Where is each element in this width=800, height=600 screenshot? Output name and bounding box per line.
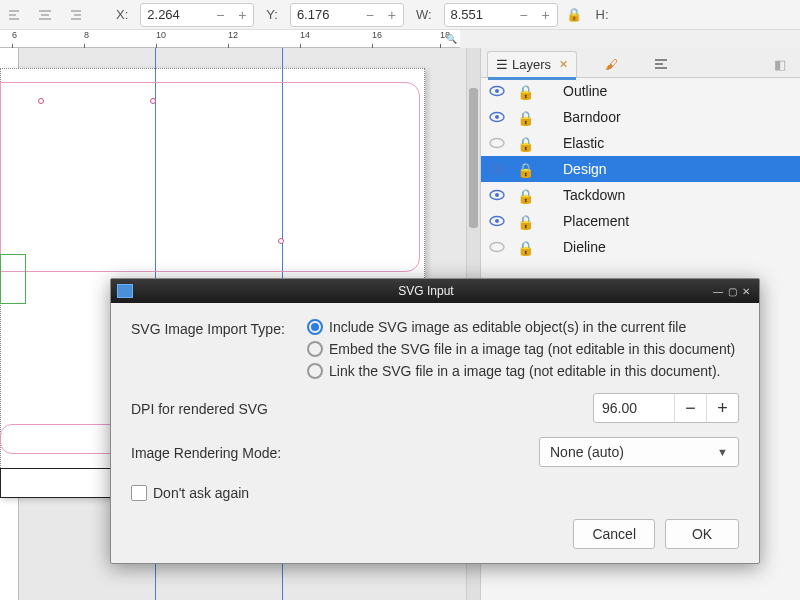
lock-icon[interactable]: 🔒 [517, 188, 533, 202]
svg-point-22 [495, 219, 499, 223]
layer-name[interactable]: Dieline [545, 239, 606, 255]
radio-icon [307, 319, 323, 335]
checkbox-icon [131, 485, 147, 501]
dialog-title: SVG Input [141, 284, 711, 298]
dpi-label: DPI for rendered SVG [131, 399, 593, 417]
lock-ratio-icon[interactable]: 🔒 [566, 7, 584, 22]
w-minus-icon[interactable]: − [513, 4, 535, 26]
y-label: Y: [262, 7, 282, 22]
layer-name[interactable]: Outline [545, 83, 607, 99]
lock-icon[interactable]: 🔒 [517, 240, 533, 254]
close-icon[interactable]: ✕ [739, 286, 753, 297]
eye-closed-icon[interactable] [489, 136, 505, 150]
dialog-titlebar[interactable]: SVG Input — ▢ ✕ [111, 279, 759, 303]
layer-name[interactable]: Placement [545, 213, 629, 229]
w-input[interactable]: 8.551 − + [444, 3, 558, 27]
radio-include[interactable]: Include SVG image as editable object(s) … [307, 319, 735, 335]
lock-icon[interactable]: 🔒 [517, 136, 533, 150]
eye-closed-icon[interactable] [489, 240, 505, 254]
lock-icon[interactable]: 🔒 [517, 214, 533, 228]
layer-row: 🔒Tackdown [481, 182, 800, 208]
dont-ask-checkbox[interactable]: Don't ask again [131, 485, 739, 501]
y-input[interactable]: 6.176 − + [290, 3, 404, 27]
dpi-input[interactable]: 96.00 − + [593, 393, 739, 423]
svg-rect-0 [9, 10, 19, 12]
radio-embed[interactable]: Embed the SVG file in a image tag (not e… [307, 341, 735, 357]
dpi-plus-icon[interactable]: + [706, 394, 738, 422]
layer-name[interactable]: Elastic [545, 135, 604, 151]
radio-icon [307, 363, 323, 379]
tab-layers[interactable]: ☰ Layers ✕ [487, 51, 577, 77]
eye-icon[interactable] [489, 110, 505, 124]
eye-icon[interactable] [489, 214, 505, 228]
svg-rect-4 [41, 14, 49, 16]
svg-point-18 [495, 167, 499, 171]
layer-name[interactable]: Barndoor [545, 109, 621, 125]
svg-rect-9 [655, 59, 667, 61]
artwork-shape [0, 82, 420, 272]
svg-rect-5 [39, 18, 51, 20]
cancel-button[interactable]: Cancel [573, 519, 655, 549]
ok-button[interactable]: OK [665, 519, 739, 549]
w-plus-icon[interactable]: + [535, 4, 557, 26]
layer-name[interactable]: Tackdown [545, 187, 625, 203]
svg-rect-10 [655, 63, 663, 65]
radio-link[interactable]: Link the SVG file in a image tag (not ed… [307, 363, 735, 379]
svg-point-16 [490, 139, 504, 148]
h-label: H: [592, 7, 613, 22]
layer-row-selected: 🔒Design [481, 156, 800, 182]
svg-rect-1 [9, 14, 16, 16]
dpi-minus-icon[interactable]: − [674, 394, 706, 422]
x-plus-icon[interactable]: + [231, 4, 253, 26]
svg-point-15 [495, 115, 499, 119]
svg-point-23 [490, 243, 504, 252]
eye-icon[interactable] [489, 84, 505, 98]
eye-icon[interactable] [489, 162, 505, 176]
svg-point-20 [495, 193, 499, 197]
minimize-icon[interactable]: — [711, 286, 725, 297]
svg-rect-7 [74, 14, 81, 16]
svg-rect-3 [39, 10, 51, 12]
ruler-lens-icon[interactable]: 🔍 [442, 30, 460, 48]
tab-dock-icon[interactable]: ◧ [766, 51, 794, 77]
layer-row: 🔒Outline [481, 78, 800, 104]
green-shape [0, 254, 26, 304]
layer-row: 🔒Barndoor [481, 104, 800, 130]
maximize-icon[interactable]: ▢ [725, 286, 739, 297]
align-right-icon[interactable] [64, 4, 86, 26]
x-label: X: [112, 7, 132, 22]
svg-rect-6 [71, 10, 81, 12]
y-plus-icon[interactable]: + [381, 4, 403, 26]
svg-rect-2 [9, 18, 19, 20]
render-mode-label: Image Rendering Mode: [131, 443, 281, 461]
align-center-icon[interactable] [34, 4, 56, 26]
layer-row: 🔒Dieline [481, 234, 800, 260]
tab-fill-stroke[interactable]: 🖌 [597, 51, 626, 77]
svg-rect-8 [71, 18, 81, 20]
chevron-down-icon: ▼ [717, 446, 728, 458]
import-type-label: SVG Image Import Type: [131, 319, 307, 379]
close-icon[interactable]: ✕ [555, 58, 568, 71]
lock-icon[interactable]: 🔒 [517, 162, 533, 176]
align-left-icon[interactable] [4, 4, 26, 26]
render-mode-select[interactable]: None (auto) ▼ [539, 437, 739, 467]
svg-rect-11 [655, 67, 667, 69]
lock-icon[interactable]: 🔒 [517, 84, 533, 98]
w-label: W: [412, 7, 436, 22]
svg-input-dialog: SVG Input — ▢ ✕ SVG Image Import Type: I… [110, 278, 760, 564]
ruler-horizontal: 6 8 10 12 14 16 18 🔍 [0, 30, 460, 48]
lock-icon[interactable]: 🔒 [517, 110, 533, 124]
y-minus-icon[interactable]: − [359, 4, 381, 26]
layer-row: 🔒Placement [481, 208, 800, 234]
window-icon [117, 284, 133, 298]
radio-icon [307, 341, 323, 357]
svg-point-13 [495, 89, 499, 93]
layers-icon: ☰ [496, 57, 508, 72]
tab-align[interactable] [646, 51, 676, 77]
eye-icon[interactable] [489, 188, 505, 202]
x-input[interactable]: 2.264 − + [140, 3, 254, 27]
panel-tabs: ☰ Layers ✕ 🖌 ◧ [481, 48, 800, 78]
layer-row: 🔒Elastic [481, 130, 800, 156]
layer-name[interactable]: Design [545, 161, 607, 177]
x-minus-icon[interactable]: − [209, 4, 231, 26]
